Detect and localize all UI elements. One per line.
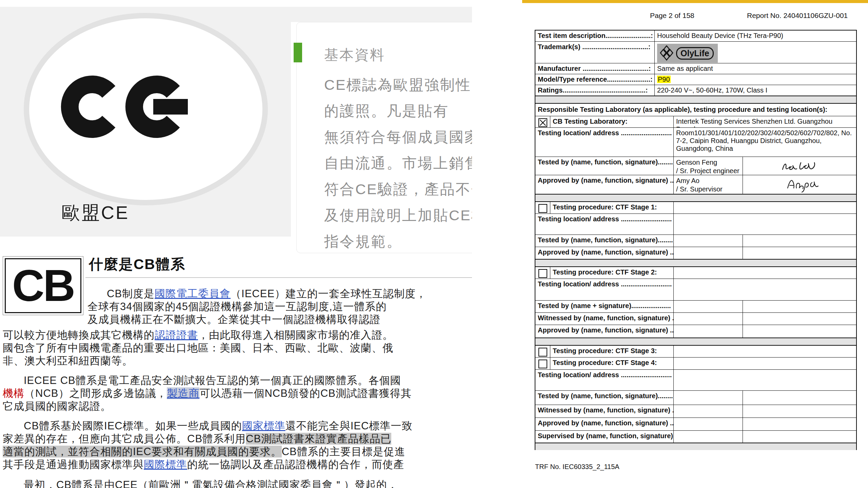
approver-name: Amy Ao [676,177,740,185]
text-link[interactable]: 國家標準 [242,420,285,432]
tester-role: / Sr. Project engineer [676,167,740,175]
row-value-empty [674,418,743,430]
approved-by-value: Amy Ao / Sr. Supervisor [674,175,743,194]
info-text-line: 無須符合每個成員國家 [324,127,472,147]
table-row: Supervised by (name, function, signature… [535,430,856,443]
cb-paragraph-line: 可以較方便地轉換成其它機構的認證證書，由此取得進入相關國家市場的准入證。 [3,328,393,342]
stage4-checkbox[interactable] [538,360,547,368]
table-row: Tested by (name + signature)............… [535,300,856,312]
approved-signature [743,175,856,194]
text-segment: 最初，CB體系是由CEE（前歐洲＂電氣設備合格測試國家委員會＂）發起的， [24,479,398,488]
text-segment: （NCB）之間形成多邊協議， [24,387,167,399]
ce-logo-panel [0,7,291,237]
row-label: Approved by (name, function, signature) … [535,175,674,194]
row-value-empty [674,313,743,325]
table-row: Test item description...................… [535,30,856,41]
approver-role: / Sr. Supervisor [676,185,740,194]
text-segment: 適當的測試，並符合相關的IEC要求和有關成員國的要求。 [3,446,282,458]
signature-empty [743,235,856,247]
signature-amy [774,177,825,193]
row-value: P90 [655,74,856,85]
text-segment: 家差異的存在，但應向其它成員公佈。CB體系利用 [3,433,246,445]
text-segment: 機構 [3,387,24,399]
cb-article-title: 什麼是CB體系 [89,255,185,274]
olylife-diamond-icon [660,45,673,61]
signature-empty [743,418,856,430]
row-label: Testing procedure: CTF Stage 2: [550,267,674,279]
info-card-heading: 基本資料 [324,45,385,64]
text-segment: CB測試證書來證實產品樣品已 [246,433,391,445]
text-segment: 及成員機構正在不斷擴大。企業從其中一個認證機構取得認證 [87,313,380,325]
background-strip [291,7,472,22]
info-text-line: 及使用說明上加貼CE標 [324,206,472,225]
cb-paragraph-line: 機構（NCB）之間形成多邊協議，製造商可以憑藉一個NCB頒發的CB測試證書獲得其 [3,386,412,401]
table-row: Testing location/ address ..............… [535,127,856,157]
model-highlight: P90 [657,76,671,83]
cb-paragraph-line: 適當的測試，並符合相關的IEC要求和有關成員國的要求。CB體系的主要目標是促進 [3,445,406,459]
signature-empty [743,313,856,325]
row-label: Testing location/ address ..............… [535,279,674,300]
cb-logo-frame: CB [5,258,81,313]
yellow-top-bar [522,0,868,3]
row-label: Approved by (name, function, signature) … [535,418,674,430]
signature-empty [743,405,856,418]
table-row: Manufacturer ...........................… [535,63,856,74]
checkbox-cell [535,267,550,279]
text-link[interactable]: 認證證書 [155,329,198,341]
row-label: Manufacturer ...........................… [535,63,655,74]
text-link[interactable]: 國際標準 [144,459,187,470]
cb-paragraph-line: 國包含了所有中國機電產品的重要出口地區：美國、日本、西歐、北歐、波蘭、俄 [3,341,393,355]
ctf-stage34-table: Testing procedure: CTF Stage 3: Testing … [535,345,857,443]
table-row: Approved by (name, function, signature) … [535,418,856,430]
stage2-checkbox[interactable] [538,269,547,278]
text-segment: CB體系基於國際IEC標準。如果一些成員國的 [24,420,242,432]
row-label: Model/Type reference....................… [535,74,655,85]
text-link[interactable]: 製造商 [167,387,199,399]
row-value: 220-240 V~, 50-60Hz, 170W, Class I [655,85,856,96]
signature-empty [743,301,856,312]
table-row: Tested by (name, function, signature)...… [535,157,856,175]
row-label: Test item description...................… [535,30,655,41]
stage1-checkbox[interactable] [538,204,547,213]
table-row: Approved by (name, function, signature) … [535,325,856,338]
table-row: Testing procedure: CTF Stage 3: [535,346,856,357]
text-segment: CB體系的主要目標是促進 [282,446,406,458]
screen: 歐盟CE 基本資料 CE標誌為歐盟強制性 的護照。凡是貼有 無須符合每個成員國家… [0,0,868,488]
row-value-empty [674,267,856,279]
row-label: Witnessed by (name, function, signature)… [535,405,674,418]
text-segment: 的統一協調以及產品認證機構的合作，而使產 [187,459,404,470]
table-row: Model/Type reference....................… [535,74,856,85]
text-segment: CB制度是 [107,288,155,300]
row-value-empty [674,431,743,443]
table-row: Approved by (name, function, signature) … [535,175,856,194]
table-row: Testing location/ address ..............… [535,369,856,390]
signature-empty [743,247,856,259]
tested-by-value: Genson Feng / Sr. Project engineer [674,157,743,175]
cb-paragraph-line: 全球有34個國家的45個認證機構參加這一互認制度,這一體系的 [87,300,387,314]
row-label: Testing procedure: CTF Stage 1: [550,202,674,214]
separator-band [535,338,857,345]
table-row: Testing location/ address ..............… [535,214,856,235]
ce-caption: 歐盟CE [62,201,129,225]
text-segment: 可以較方便地轉換成其它機構的 [3,329,155,341]
separator-band [535,96,857,103]
signature-empty [743,431,856,443]
row-label: Approved by (name, function, signature) … [535,325,674,338]
cb-paragraph-line: 及成員機構正在不斷擴大。企業從其中一個認證機構取得認證 [87,312,380,327]
row-label: Trademark(s) ...........................… [535,42,655,63]
text-segment: 國包含了所有中國機電產品的重要出口地區：美國、日本、西歐、北歐、波蘭、俄 [3,342,393,354]
cb-lab-checkbox-checked[interactable] [538,118,547,127]
stage3-checkbox[interactable] [538,348,547,357]
table-row: Witnessed by (name, function, signature)… [535,312,856,325]
item-table: Test item description...................… [535,30,857,96]
text-link[interactable]: 國際電工委員會 [155,288,231,300]
cb-paragraph-line: 它成員國的國家認證。 [3,399,111,413]
row-value-empty [674,214,856,235]
trf-number: TRF No. IEC60335_2_115A [535,463,619,471]
row-value-empty [674,235,743,247]
row-label: Tested by (name, function, signature)...… [535,235,674,247]
info-text-line: CE標誌為歐盟強制性 [324,75,471,95]
cb-paragraph-line: 其手段是通過推動國家標準與國際標準的統一協調以及產品認證機構的合作，而使產 [3,458,404,472]
page-number: Page 2 of 158 [650,12,694,20]
text-segment: 它成員國的國家認證。 [3,400,111,412]
